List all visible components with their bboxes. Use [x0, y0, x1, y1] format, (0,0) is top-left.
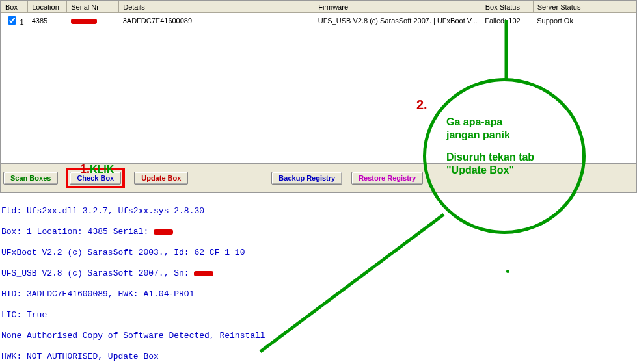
console-line: UFS_USB V2.8 (c) SarasSoft 2007., Sn:	[1, 268, 636, 279]
table-row[interactable]: 1 4385 3ADFDC7E41600089 UFS_USB V2.8 (c)…	[1, 13, 636, 29]
col-details[interactable]: Details	[119, 1, 314, 13]
box-number: 1	[20, 18, 24, 26]
cell-details: 3ADFDC7E41600089	[119, 13, 314, 29]
console-output: Ftd: Ufs2xx.dll 3.2.7, Ufs2xx.sys 2.8.30…	[0, 193, 637, 364]
col-firmware[interactable]: Firmware	[314, 1, 481, 13]
cell-serial	[67, 13, 119, 29]
check-box-highlight: Check Box	[66, 168, 125, 188]
cell-server-status: Support Ok	[533, 13, 636, 29]
row-checkbox[interactable]	[8, 16, 16, 25]
col-box-status[interactable]: Box Status	[481, 1, 533, 13]
restore-registry-button[interactable]: Restore Registry	[351, 172, 423, 185]
cell-location: 4385	[28, 13, 67, 29]
col-location[interactable]: Location	[28, 1, 67, 13]
sn-redacted	[194, 271, 213, 276]
serial-redacted	[71, 19, 97, 24]
annotation-dot	[506, 270, 509, 273]
console-line: None Authorised Copy of Software Detecte…	[1, 331, 636, 341]
serial-redacted	[154, 229, 173, 235]
cell-firmware: UFS_USB V2.8 (c) SarasSoft 2007. | UFxBo…	[314, 13, 481, 29]
boxes-table-container: Box Location Serial Nr Details Firmware …	[0, 0, 637, 164]
col-server-status[interactable]: Server Status	[533, 1, 636, 13]
toolbar: Scan Boxes Check Box Update Box Backup R…	[0, 164, 637, 193]
col-box[interactable]: Box	[1, 1, 28, 13]
console-line: HID: 3ADFDC7E41600089, HWK: A1.04-PRO1	[1, 289, 636, 300]
check-box-button[interactable]: Check Box	[70, 172, 121, 185]
console-line: Ftd: Ufs2xx.dll 3.2.7, Ufs2xx.sys 2.8.30	[1, 206, 636, 216]
console-line: UFxBoot V2.2 (c) SarasSoft 2003., Id: 62…	[1, 248, 636, 258]
boxes-table: Box Location Serial Nr Details Firmware …	[1, 1, 636, 28]
console-line: HWK: NOT AUTHORISED, Update Box	[1, 352, 636, 362]
backup-registry-button[interactable]: Backup Registry	[271, 172, 342, 185]
console-line: LIC: True	[1, 310, 636, 320]
cell-box-status: Failed: 102	[481, 13, 533, 29]
scan-boxes-button[interactable]: Scan Boxes	[3, 172, 58, 185]
cell-box: 1	[1, 13, 28, 29]
update-box-button[interactable]: Update Box	[134, 172, 188, 185]
console-line: Box: 1 Location: 4385 Serial:	[1, 227, 636, 237]
col-serial[interactable]: Serial Nr	[67, 1, 119, 13]
